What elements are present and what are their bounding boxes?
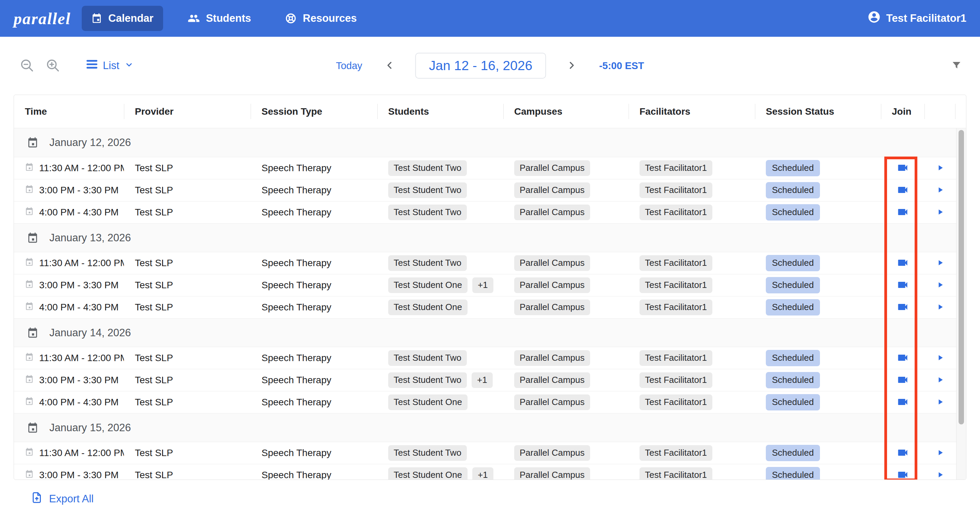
nav-tab-label: Calendar [108,12,154,24]
column-header-time: Time [14,95,124,128]
zoom-in-button[interactable] [45,57,60,74]
expand-row-button[interactable] [936,258,945,268]
join-session-button[interactable] [897,469,909,480]
calendar-toolbar: List Today Jan 12 - 16, 2026 -5:00 EST [0,37,980,95]
expand-cell [924,303,956,312]
avatar-icon [867,10,881,27]
status-badge: Scheduled [766,299,820,315]
join-session-button[interactable] [897,279,909,292]
session-row: 4:00 PM - 4:30 PM Test SLP Speech Therap… [14,296,966,318]
campus-chip: Parallel Campus [514,277,590,293]
facilitator-chip: Test Facilitator1 [640,160,712,176]
nav-tab-resources[interactable]: Resources [275,6,366,31]
join-cell [881,374,924,387]
calendar-icon [27,327,38,338]
expand-row-button[interactable] [936,186,945,195]
campuses-cell: Parallel Campus [503,372,628,388]
export-all-button[interactable]: Export All [29,491,96,507]
provider-cell: Test SLP [124,448,251,458]
join-session-button[interactable] [897,446,909,460]
timezone-selector[interactable]: -5:00 EST [597,60,646,72]
session-type-cell: Speech Therapy [251,448,377,458]
session-row: 11:30 AM - 12:00 PM Test SLP Speech Ther… [14,252,966,274]
scrollbar-thumb[interactable] [959,130,964,424]
expand-row-button[interactable] [936,164,945,173]
student-chip: Test Student Two [388,160,467,176]
expand-cell [924,186,956,195]
facilitator-chip: Test Facilitator1 [640,350,712,365]
student-chip: Test Student One [388,299,468,315]
table-body: January 12, 2026 11:30 AM - 12:00 PM Tes… [14,128,966,480]
session-type-cell: Speech Therapy [251,185,377,196]
videocam-icon [897,469,909,480]
campus-chip: Parallel Campus [514,205,590,220]
column-header-session-status: Session Status [755,95,881,128]
student-chip: Test Student One [388,277,468,293]
expand-row-button[interactable] [936,280,945,290]
join-session-button[interactable] [897,257,909,270]
zoom-out-button[interactable] [19,57,35,74]
expand-arrow-icon [936,448,945,458]
join-session-button[interactable] [897,351,909,365]
provider-cell: Test SLP [124,375,251,386]
videocam-icon [897,162,909,175]
session-time: 11:30 AM - 12:00 PM [39,448,124,458]
join-session-button[interactable] [897,162,909,175]
session-type-cell: Speech Therapy [251,470,377,480]
provider-cell: Test SLP [124,185,251,196]
facilitators-cell: Test Facilitator1 [628,467,755,480]
campus-chip: Parallel Campus [514,160,590,176]
expand-row-button[interactable] [936,303,945,312]
join-session-button[interactable] [897,301,909,314]
campuses-cell: Parallel Campus [503,277,628,293]
student-chip: Test Student Two [388,255,467,270]
nav-tab-calendar[interactable]: Calendar [82,6,163,31]
expand-row-button[interactable] [936,208,945,218]
nav-tab-students[interactable]: Students [178,6,261,31]
join-cell [881,469,924,480]
join-cell [881,351,924,365]
session-type-cell: Speech Therapy [251,163,377,173]
facilitator-chip: Test Facilitator1 [640,467,712,480]
user-menu[interactable]: Test Facilitator1 [867,10,966,27]
students-cell: Test Student One+1 [377,467,503,480]
session-type-cell: Speech Therapy [251,302,377,313]
campuses-cell: Parallel Campus [503,160,628,176]
view-selector[interactable]: List [84,59,135,72]
expand-cell [924,208,956,218]
today-button[interactable]: Today [334,60,364,72]
prev-week-button[interactable] [384,60,396,72]
student-chip: Test Student Two [388,205,467,220]
expand-row-button[interactable] [936,375,945,385]
join-session-button[interactable] [897,374,909,387]
chevron-right-icon [566,60,577,72]
facilitators-cell: Test Facilitator1 [628,299,755,315]
zoom-in-icon [45,57,60,74]
date-range-button[interactable]: Jan 12 - 16, 2026 [415,53,546,79]
student-chip: Test Student One [388,394,468,410]
next-week-button[interactable] [566,60,577,72]
expand-row-button[interactable] [936,448,945,458]
export-file-icon [31,491,43,507]
expand-row-button[interactable] [936,353,945,363]
group-date-label: January 12, 2026 [49,137,131,149]
campus-chip: Parallel Campus [514,467,590,480]
facilitator-chip: Test Facilitator1 [640,255,712,270]
expand-arrow-icon [936,208,945,218]
expand-row-button[interactable] [936,397,945,407]
provider-cell: Test SLP [124,470,251,480]
vertical-scrollbar[interactable] [956,128,966,480]
student-chip: Test Student One [388,467,468,480]
expand-arrow-icon [936,186,945,195]
time-cell: 3:00 PM - 3:30 PM [14,470,124,480]
session-type-cell: Speech Therapy [251,207,377,218]
column-header-join: Join [881,95,924,128]
join-session-button[interactable] [897,206,909,219]
student-overflow-chip: +1 [472,277,493,293]
status-badge: Scheduled [766,372,820,388]
filter-button[interactable] [951,60,962,72]
join-session-button[interactable] [897,184,909,197]
expand-row-button[interactable] [936,470,945,480]
main-nav: Calendar Students Resources [82,6,366,31]
join-session-button[interactable] [897,396,909,409]
